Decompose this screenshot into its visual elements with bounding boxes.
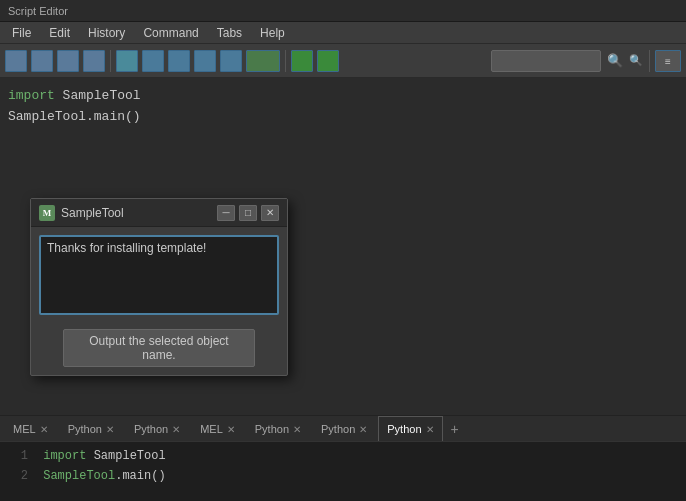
dialog-overlay: M SampleTool ─ □ ✕ Thanks for installing… xyxy=(30,198,288,376)
menu-command[interactable]: Command xyxy=(135,24,206,42)
toolbar-btn7[interactable] xyxy=(168,50,190,72)
title-bar: Script Editor xyxy=(0,0,686,22)
tab-label: Python xyxy=(255,423,289,435)
menu-history[interactable]: History xyxy=(80,24,133,42)
tab-mel-2[interactable]: MEL ✕ xyxy=(191,416,244,441)
toolbar: 🔍 🔍 ≡ xyxy=(0,44,686,78)
tab-label: Python xyxy=(321,423,355,435)
code-line-1: import SampleTool xyxy=(8,86,678,107)
tab-python-1[interactable]: Python ✕ xyxy=(59,416,123,441)
dialog-maximize-btn[interactable]: □ xyxy=(239,205,257,221)
code-text-1: SampleTool xyxy=(94,449,166,463)
toolbar-btn9[interactable] xyxy=(220,50,242,72)
dialog-body: Thanks for installing template! xyxy=(31,227,287,323)
dialog-titlebar: M SampleTool ─ □ ✕ xyxy=(31,199,287,227)
toolbar-runall-btn[interactable] xyxy=(317,50,339,72)
dialog-title: SampleTool xyxy=(61,206,211,220)
menu-help[interactable]: Help xyxy=(252,24,293,42)
app-title: Script Editor xyxy=(8,5,68,17)
tab-label: MEL xyxy=(200,423,223,435)
code-line-2: SampleTool.main() xyxy=(8,107,678,128)
tab-close-btn[interactable]: ✕ xyxy=(172,424,180,435)
toolbar-more-btn[interactable]: ≡ xyxy=(655,50,681,72)
keyword-1: import xyxy=(43,449,86,463)
dialog-action-button[interactable]: Output the selected object name. xyxy=(63,329,255,367)
tab-close-btn[interactable]: ✕ xyxy=(293,424,301,435)
tab-close-btn[interactable]: ✕ xyxy=(359,424,367,435)
menu-tabs[interactable]: Tabs xyxy=(209,24,250,42)
menu-edit[interactable]: Edit xyxy=(41,24,78,42)
toolbar-btn6[interactable] xyxy=(142,50,164,72)
toolbar-open-btn[interactable] xyxy=(31,50,53,72)
tab-close-btn[interactable]: ✕ xyxy=(426,424,434,435)
tab-python-5-active[interactable]: Python ✕ xyxy=(378,416,442,441)
search-replace-icon[interactable]: 🔍 xyxy=(627,52,645,69)
line-number-2: 2 xyxy=(8,466,28,486)
line-number-1: 1 xyxy=(8,446,28,466)
tab-bar: MEL ✕ Python ✕ Python ✕ MEL ✕ Python ✕ P… xyxy=(0,415,686,441)
tab-mel-1[interactable]: MEL ✕ xyxy=(4,416,57,441)
tab-close-btn[interactable]: ✕ xyxy=(106,424,114,435)
toolbar-new-btn[interactable] xyxy=(5,50,27,72)
toolbar-saveas-btn[interactable] xyxy=(83,50,105,72)
toolbar-run-btn[interactable] xyxy=(291,50,313,72)
tab-python-3[interactable]: Python ✕ xyxy=(246,416,310,441)
menu-file[interactable]: File xyxy=(4,24,39,42)
toolbar-btn5[interactable] xyxy=(116,50,138,72)
tab-label: Python xyxy=(134,423,168,435)
dialog-controls: ─ □ ✕ xyxy=(217,205,279,221)
code-text-2a: SampleTool xyxy=(43,469,115,483)
tab-label: Python xyxy=(387,423,421,435)
separator-2 xyxy=(285,50,286,72)
separator-1 xyxy=(110,50,111,72)
tab-close-btn[interactable]: ✕ xyxy=(40,424,48,435)
search-input[interactable] xyxy=(491,50,601,72)
dialog-footer: Output the selected object name. xyxy=(31,323,287,375)
tab-python-4[interactable]: Python ✕ xyxy=(312,416,376,441)
dialog-close-btn[interactable]: ✕ xyxy=(261,205,279,221)
search-icon[interactable]: 🔍 xyxy=(605,51,625,70)
dialog-output-text[interactable]: Thanks for installing template! xyxy=(39,235,279,315)
dialog-app-icon: M xyxy=(39,205,55,221)
bottom-code-panel: 1 import SampleTool 2 SampleTool.main() xyxy=(0,441,686,501)
bottom-code-line-2: 2 SampleTool.main() xyxy=(8,466,678,486)
tab-label: Python xyxy=(68,423,102,435)
toolbar-btn10[interactable] xyxy=(246,50,280,72)
code-text-2b: .main() xyxy=(115,469,165,483)
tab-add-btn[interactable]: + xyxy=(445,416,465,441)
bottom-code-line-1: 1 import SampleTool xyxy=(8,446,678,466)
dialog-window: M SampleTool ─ □ ✕ Thanks for installing… xyxy=(30,198,288,376)
dialog-minimize-btn[interactable]: ─ xyxy=(217,205,235,221)
menu-bar: File Edit History Command Tabs Help xyxy=(0,22,686,44)
tab-label: MEL xyxy=(13,423,36,435)
tab-close-btn[interactable]: ✕ xyxy=(227,424,235,435)
tab-python-2[interactable]: Python ✕ xyxy=(125,416,189,441)
toolbar-save-btn[interactable] xyxy=(57,50,79,72)
separator-3 xyxy=(649,50,650,72)
toolbar-btn8[interactable] xyxy=(194,50,216,72)
main-content: import SampleTool SampleTool.main() M Sa… xyxy=(0,78,686,415)
